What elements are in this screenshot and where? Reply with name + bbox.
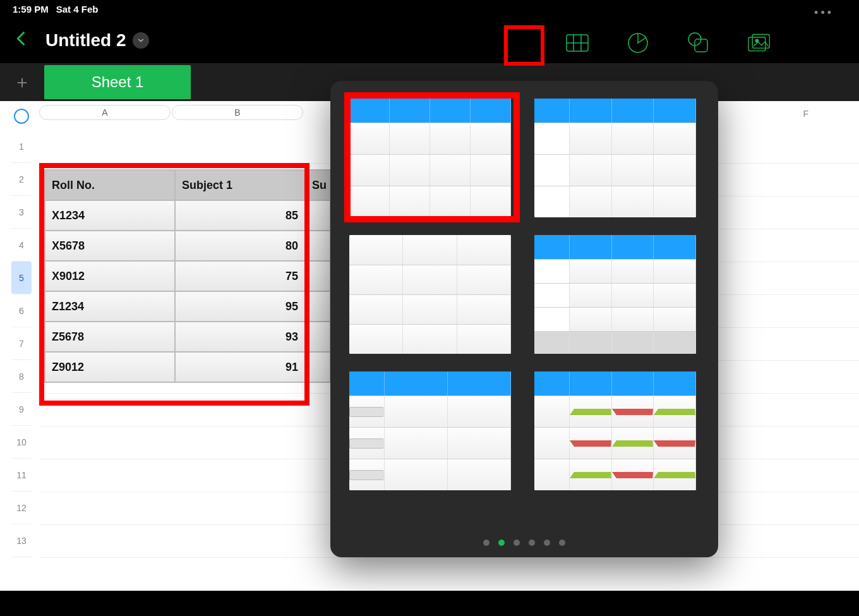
column-headers: A B	[39, 105, 304, 120]
table-cell[interactable]	[305, 261, 330, 291]
table-cell[interactable]: 75	[175, 261, 305, 291]
table-cell[interactable]: Z9012	[45, 352, 175, 382]
table-style-option[interactable]	[349, 235, 511, 354]
page-dot[interactable]	[483, 540, 490, 546]
table-cell[interactable]	[305, 200, 330, 231]
svg-rect-8	[752, 35, 769, 49]
status-time: 1:59 PM	[13, 4, 49, 15]
row-header[interactable]: 10	[11, 426, 32, 459]
table-header[interactable]: Roll No.	[45, 170, 175, 200]
toolbar	[566, 32, 771, 54]
row-header[interactable]: 12	[11, 492, 32, 524]
row-header[interactable]: 7	[11, 327, 32, 360]
table-style-option[interactable]	[349, 371, 511, 490]
column-header[interactable]: F	[803, 109, 808, 119]
table-styles-popover	[330, 81, 718, 557]
more-dots-icon[interactable]: •••	[814, 6, 834, 20]
table-icon[interactable]	[566, 32, 589, 54]
row-header[interactable]: 2	[11, 163, 32, 196]
add-sheet-button[interactable]: ＋	[0, 63, 44, 101]
back-button[interactable]	[13, 29, 30, 52]
table-cell[interactable]	[305, 231, 330, 261]
data-table[interactable]: Roll No. Subject 1 Su X1234 85 X5678 80 …	[44, 169, 331, 383]
title-dropdown-icon[interactable]	[133, 32, 149, 49]
status-date: Sat 4 Feb	[56, 4, 99, 15]
column-header[interactable]: B	[172, 105, 303, 120]
table-header[interactable]: Su	[305, 170, 330, 200]
table-cell[interactable]: 95	[175, 291, 305, 322]
table-cell[interactable]: Z5678	[45, 322, 175, 352]
row-header[interactable]: 9	[11, 393, 32, 426]
table-cell[interactable]: X9012	[45, 261, 175, 291]
status-bar: 1:59 PM Sat 4 Feb	[0, 0, 859, 18]
table-cell[interactable]: 91	[175, 352, 305, 382]
shape-icon[interactable]	[687, 32, 710, 54]
table-header[interactable]: Subject 1	[175, 170, 305, 200]
table-style-option[interactable]	[534, 99, 696, 217]
table-cell[interactable]: X1234	[45, 200, 175, 231]
media-icon[interactable]	[748, 32, 771, 54]
table-cell[interactable]: Z1234	[45, 291, 175, 322]
table-cell[interactable]	[305, 352, 330, 382]
popover-pagination	[330, 540, 718, 546]
chart-icon[interactable]	[627, 32, 649, 54]
row-header[interactable]: 4	[11, 229, 32, 262]
column-header[interactable]: A	[39, 105, 171, 120]
page-dot-active[interactable]	[498, 540, 505, 546]
row-header[interactable]: 6	[11, 294, 32, 327]
cell-reference-handle[interactable]	[14, 109, 29, 124]
table-cell[interactable]: 80	[175, 231, 305, 261]
table-style-option[interactable]	[534, 235, 696, 354]
row-header[interactable]: 8	[11, 360, 32, 393]
table-style-option[interactable]	[534, 371, 696, 490]
row-header[interactable]: 1	[11, 130, 32, 163]
table-cell[interactable]: X5678	[45, 231, 175, 261]
row-header[interactable]: 11	[11, 459, 32, 492]
row-header-selected[interactable]: 5	[11, 262, 32, 294]
row-header[interactable]: 3	[11, 196, 32, 229]
page-dot[interactable]	[514, 540, 520, 546]
sheet-tab-active[interactable]: Sheet 1	[44, 65, 191, 99]
page-dot[interactable]	[544, 540, 550, 546]
table-style-option[interactable]	[349, 99, 511, 217]
table-cell[interactable]: 93	[175, 322, 305, 352]
document-title[interactable]: Untitled 2	[45, 30, 126, 51]
table-cell[interactable]	[305, 291, 330, 322]
row-header[interactable]: 13	[11, 524, 32, 557]
row-headers: 1 2 3 4 5 6 7 8 9 10 11 12 13	[11, 130, 32, 557]
table-cell[interactable]	[305, 322, 330, 352]
page-dot[interactable]	[559, 540, 565, 546]
page-dot[interactable]	[529, 540, 535, 546]
table-cell[interactable]: 85	[175, 200, 305, 231]
